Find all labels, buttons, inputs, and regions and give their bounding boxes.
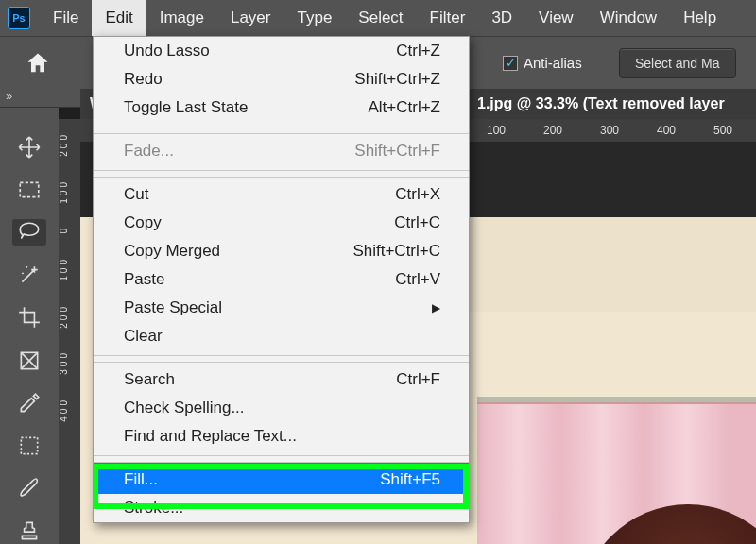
heal-tool[interactable] <box>12 433 46 458</box>
menu-item-redo[interactable]: RedoShift+Ctrl+Z <box>94 65 469 94</box>
tab-title-tail: 1.jpg @ 33.3% (Text removed layer <box>477 95 725 112</box>
menu-item-label: Check Spelling... <box>124 399 245 417</box>
menu-item-label: Find and Replace Text... <box>124 427 297 446</box>
ruler-tick: 200 <box>59 304 80 329</box>
ruler-tick: 100 <box>59 257 80 281</box>
marquee-tool[interactable] <box>12 177 46 202</box>
ruler-tick: 500 <box>713 124 732 137</box>
move-tool[interactable] <box>12 134 46 160</box>
ruler-tick: 100 <box>487 124 506 137</box>
menu-item-label: Paste <box>124 270 164 289</box>
menu-item-fill[interactable]: Fill...Shift+F5 <box>94 462 469 494</box>
frame-tool[interactable] <box>12 348 46 373</box>
menu-edit[interactable]: Edit <box>92 0 146 36</box>
select-and-mask-button[interactable]: Select and Ma <box>619 48 736 78</box>
menu-image[interactable]: Image <box>146 0 217 36</box>
menu-type[interactable]: Type <box>284 0 345 36</box>
brush-tool[interactable] <box>12 476 46 502</box>
menu-item-fade: Fade...Shift+Ctrl+F <box>94 133 469 171</box>
menu-item-shortcut: Ctrl+X <box>395 185 440 204</box>
menu-file[interactable]: File <box>40 0 92 36</box>
menu-item-check-spelling[interactable]: Check Spelling... <box>94 394 469 422</box>
menu-item-shortcut: Ctrl+Z <box>396 42 440 60</box>
menu-item-shortcut: Ctrl+F <box>396 370 440 389</box>
menu-layer[interactable]: Layer <box>217 0 284 36</box>
menu-window[interactable]: Window <box>587 0 670 36</box>
ruler-tick: 300 <box>59 350 80 375</box>
menu-3d[interactable]: 3D <box>478 0 525 36</box>
anti-alias-option[interactable]: ✓ Anti-alias <box>503 55 582 71</box>
ruler-tick: 200 <box>59 132 80 157</box>
menu-item-stroke[interactable]: Stroke... <box>94 494 469 522</box>
ruler-tick: 400 <box>59 398 80 422</box>
ruler-tick: 300 <box>600 124 619 137</box>
eyedropper-tool[interactable] <box>12 390 46 416</box>
menu-item-label: Stroke... <box>124 499 183 518</box>
menu-item-label: Undo Lasso <box>124 42 210 60</box>
anti-alias-label: Anti-alias <box>524 55 582 71</box>
menu-item-shortcut: Shift+Ctrl+F <box>354 142 440 161</box>
ruler-tick: 200 <box>543 124 562 137</box>
menu-item-label: Fade... <box>124 142 174 161</box>
wand-tool[interactable] <box>12 263 46 288</box>
menu-item-shortcut: Ctrl+V <box>395 270 440 289</box>
crop-tool[interactable] <box>12 305 46 331</box>
menu-item-label: Toggle Last State <box>124 98 248 117</box>
menu-item-label: Redo <box>124 70 163 89</box>
menu-item-copy[interactable]: CopyCtrl+C <box>94 209 469 237</box>
ruler-tick: 0 <box>59 226 80 234</box>
menu-help[interactable]: Help <box>670 0 730 36</box>
menu-item-find-and-replace-text[interactable]: Find and Replace Text... <box>94 422 469 456</box>
menu-view[interactable]: View <box>525 0 587 36</box>
tools-panel <box>0 108 59 544</box>
menu-bar: Ps File Edit Image Layer Type Select Fil… <box>0 0 756 36</box>
menu-item-shortcut: Shift+Ctrl+Z <box>354 70 440 89</box>
menu-item-clear[interactable]: Clear <box>94 322 469 356</box>
menu-item-copy-merged[interactable]: Copy MergedShift+Ctrl+C <box>94 237 469 265</box>
menu-item-search[interactable]: SearchCtrl+F <box>94 362 469 394</box>
menu-item-cut[interactable]: CutCtrl+X <box>94 177 469 209</box>
ruler-tick: 400 <box>657 124 676 137</box>
menu-filter[interactable]: Filter <box>417 0 479 36</box>
stamp-tool[interactable] <box>12 518 46 544</box>
panel-chevron-strip[interactable]: » <box>0 89 80 108</box>
menu-item-label: Copy <box>124 213 162 232</box>
menu-item-paste[interactable]: PasteCtrl+V <box>94 265 469 294</box>
menu-item-label: Search <box>124 370 175 389</box>
vertical-ruler[interactable]: 200 100 0 100 200 300 400 <box>59 119 80 544</box>
svg-rect-0 <box>20 182 39 196</box>
submenu-arrow-icon: ▶ <box>432 301 440 314</box>
menu-item-shortcut: Alt+Ctrl+Z <box>368 98 440 117</box>
menu-item-shortcut: Shift+F5 <box>380 470 440 489</box>
menu-item-toggle-last-state[interactable]: Toggle Last StateAlt+Ctrl+Z <box>94 94 469 128</box>
svg-rect-2 <box>21 437 37 453</box>
menu-item-label: Copy Merged <box>124 242 220 261</box>
menu-item-label: Fill... <box>124 470 158 489</box>
menu-item-shortcut: Shift+Ctrl+C <box>352 242 440 261</box>
menu-item-undo-lasso[interactable]: Undo LassoCtrl+Z <box>94 37 469 65</box>
ruler-tick: 100 <box>59 179 80 204</box>
menu-item-label: Clear <box>124 327 163 346</box>
menu-item-shortcut: Ctrl+C <box>394 213 440 232</box>
lasso-tool[interactable] <box>12 219 46 245</box>
checkbox-icon[interactable]: ✓ <box>503 56 518 71</box>
edit-menu-dropdown: Undo LassoCtrl+ZRedoShift+Ctrl+ZToggle L… <box>93 36 470 523</box>
menu-item-label: Cut <box>124 185 148 204</box>
home-icon[interactable] <box>25 50 51 76</box>
menu-item-paste-special[interactable]: Paste Special▶ <box>94 294 469 322</box>
photoshop-icon[interactable]: Ps <box>8 7 30 29</box>
menu-select[interactable]: Select <box>345 0 416 36</box>
menu-item-label: Paste Special <box>124 298 222 317</box>
